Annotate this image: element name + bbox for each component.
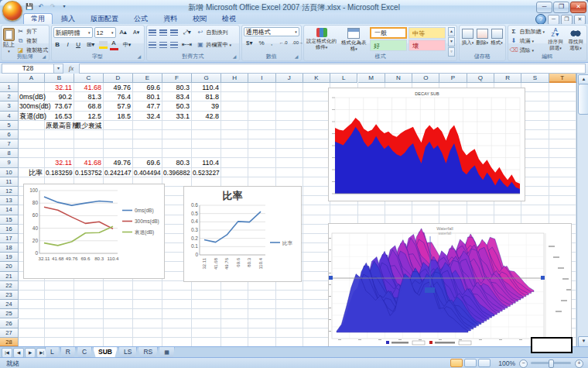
align-left-icon[interactable] [149,42,156,48]
grid-cell-C1[interactable]: 41.68 [75,84,101,91]
formula-input[interactable] [79,64,586,74]
grow-font-button[interactable]: A▴ [118,27,129,38]
grid-cell-A4[interactable]: 衰退(dB) [19,112,43,120]
column-header-F[interactable]: F [162,74,192,83]
grid-cell-G3[interactable]: 39 [193,102,219,110]
grid-cell-F4[interactable]: 33.1 [163,112,190,120]
autosum-button[interactable]: Σ自動加總▾ [510,27,545,36]
row-header-16[interactable]: 16 [0,225,19,234]
grid-cell-D4[interactable]: 18.5 [104,112,131,120]
paste-button[interactable]: 貼上 ▾ [3,27,15,54]
row-header-10[interactable]: 10 [0,168,19,177]
zoom-in-icon[interactable]: + [575,359,583,368]
column-header-D[interactable]: D [104,74,133,83]
row-header-11[interactable]: 11 [0,177,19,187]
normal-view-icon[interactable] [450,359,463,367]
font-color-button[interactable]: A [110,40,118,50]
grid-cell-B4[interactable]: 16.53 [46,112,72,120]
ribbon-tab-4[interactable]: 資料 [156,13,184,24]
align-center-icon[interactable] [159,42,167,48]
office-button[interactable] [2,1,22,21]
grid-cell-E9[interactable]: 69.6 [134,159,160,167]
gallery-down-icon[interactable]: ▼ [448,37,455,46]
grid-cell-D3[interactable]: 57.9 [104,102,131,110]
sheet-tab-C[interactable]: C [77,347,92,358]
row-header-21[interactable]: 21 [0,272,19,281]
grid-cell-G10[interactable]: 0.523227 [193,169,219,177]
decrease-decimal-button[interactable]: .00→ [292,38,303,49]
number-format-combo[interactable]: 通用格式▾ [244,27,299,36]
ribbon-tab-5[interactable]: 校閱 [186,13,214,24]
column-header-R[interactable]: R [494,74,521,83]
chart-ratio[interactable]: 比率00.10.20.30.40.50.632.1141.6849.7669.6… [183,186,302,282]
align-right-icon[interactable] [170,42,178,48]
grid-cell-E4[interactable]: 32.4 [134,112,160,120]
clipboard-dialog-launcher-icon[interactable]: ◢ [43,54,48,60]
workbook-close-button[interactable]: ✕ [574,15,586,25]
grid-cell-C5[interactable]: 最少衰減 [75,122,101,129]
column-header-T[interactable]: T [549,74,576,83]
row-header-18[interactable]: 18 [0,243,19,253]
currency-button[interactable]: $▾ [244,38,255,49]
zoom-slider-track[interactable] [531,362,571,364]
comma-button[interactable]: , [268,38,275,49]
insert-function-icon[interactable]: fx [63,64,79,72]
column-header-O[interactable]: O [412,74,439,83]
grid-cell-F1[interactable]: 80.3 [163,84,190,91]
percent-button[interactable]: % [258,38,266,49]
fill-color-button[interactable] [99,41,108,49]
row-header-15[interactable]: 15 [0,215,19,225]
ribbon-tab-2[interactable]: 版面配置 [84,13,125,24]
ribbon-tab-1[interactable]: 插入 [54,13,82,24]
row-header-3[interactable]: 3 [0,101,19,111]
align-top-icon[interactable] [149,29,156,36]
row-header-5[interactable]: 5 [0,121,19,130]
vertical-scrollbar[interactable]: ▲ ▼ [576,74,588,346]
grid-cell-E10[interactable]: 0.404494 [134,169,160,177]
row-header-25[interactable]: 25 [0,309,19,318]
row-header-4[interactable]: 4 [0,112,19,121]
column-header-I[interactable]: I [248,74,275,83]
grid-cell-G1[interactable]: 110.4 [193,84,219,91]
grid-cell-B1[interactable]: 32.11 [46,84,72,91]
insert-cells-button[interactable]: 插入▾ [461,27,474,46]
grid-cell-D1[interactable]: 49.76 [104,84,131,91]
format-as-table-button[interactable]: 格式化為表格▾ [340,27,368,52]
row-header-17[interactable]: 17 [0,234,19,243]
name-box-dropdown-icon[interactable]: ▾ [54,64,63,74]
sort-filter-button[interactable]: AZ▼ 排序與篩選▾ [546,27,565,51]
page-break-view-icon[interactable] [478,359,491,367]
selection-box[interactable] [531,337,573,353]
style-bad[interactable]: 壞 [409,40,446,51]
column-header-A[interactable]: A [19,74,45,83]
grid-cell-E2[interactable]: 80.1 [134,93,160,101]
column-header-L[interactable]: L [330,74,357,83]
sheet-tab-LS[interactable]: LS [118,347,137,358]
align-bottom-icon[interactable] [170,29,178,36]
grid-cell-C2[interactable]: 81.3 [75,93,101,101]
number-dialog-launcher-icon[interactable]: ◢ [295,54,300,60]
format-cells-button[interactable]: 格式▾ [491,27,504,46]
indent-buttons[interactable]: ⇤⇥ [181,40,193,50]
border-button[interactable]: ⊞▾ [85,40,97,50]
grid-cell-D10[interactable]: 0.242147 [104,169,131,177]
align-middle-icon[interactable] [159,29,167,36]
gallery-up-icon[interactable]: ▲ [448,27,455,36]
column-header-E[interactable]: E [133,74,162,83]
style-normal[interactable]: 一般 [370,27,407,39]
column-header-M[interactable]: M [358,74,385,83]
chart-db-lines[interactable]: 02040608010032.1141.6849.7669.680.3110.4… [23,184,165,279]
grid-cell-A2[interactable]: 0ms(dB) [19,93,43,101]
font-size-combo[interactable]: 12▾ [94,27,116,38]
sheet-tab-R[interactable]: R [60,347,76,358]
font-name-combo[interactable]: 新細明體▾ [53,27,93,38]
minimize-button[interactable]: ─ [536,2,552,13]
grid-cell-B2[interactable]: 90.2 [46,93,72,101]
grid-cell-F3[interactable]: 50.3 [163,102,190,110]
column-header-Q[interactable]: Q [467,74,494,83]
row-header-13[interactable]: 13 [0,196,19,205]
column-header-P[interactable]: P [439,74,467,83]
close-button[interactable]: ✕ [570,2,586,13]
column-header-B[interactable]: B [45,74,74,83]
row-header-23[interactable]: 23 [0,291,19,300]
